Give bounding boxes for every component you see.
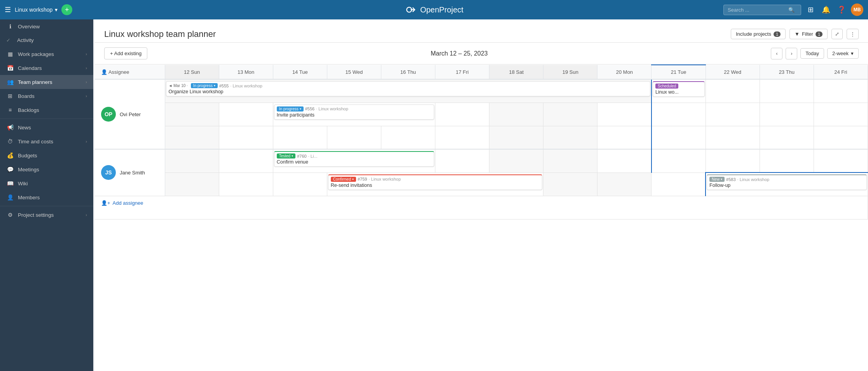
wp-759-status[interactable]: Confirmed ▾ (331, 177, 356, 182)
jane-row2-tue21-span: New ▾ #583 · Linux workshop Follow-up (706, 172, 868, 196)
help-icon[interactable]: ❓ (835, 3, 848, 16)
assignee-row-ovi-1: OP Ovi Peter ◄ Mar 10 · In progress ▾ #5… (95, 79, 868, 103)
notification-bell-icon[interactable]: 🔔 (820, 3, 832, 16)
more-options-button[interactable]: ⋮ (847, 29, 859, 39)
top-nav: ☰ Linux workshop ▾ + OpenProject 🔍 ⊞ 🔔 ❓… (0, 0, 868, 19)
wp-scheduled-status[interactable]: Scheduled (655, 84, 678, 89)
sidebar-item-label: Activity (17, 37, 34, 43)
assignee-cell-jane: JS Jane Smith (95, 149, 165, 196)
col-tue21: 21 Tue (651, 65, 706, 79)
ovi-row3-sun12 (165, 126, 219, 149)
wp-card-759[interactable]: Confirmed ▾ #759 · Linux workshop Re-sen… (328, 174, 542, 190)
ovi-row1-tue21: Scheduled Linux wo... (651, 79, 706, 103)
sidebar-item-time-and-costs[interactable]: ⏱ Time and costs › (0, 134, 93, 148)
wp-555-status[interactable]: In progress ▾ (191, 83, 218, 88)
sidebar-item-label: Meetings (18, 167, 39, 172)
assignee-name-jane: Jane Smith (120, 170, 145, 176)
wp-583-project: · Linux workshop (737, 177, 770, 182)
sidebar-item-members[interactable]: 👤 Members (0, 190, 93, 204)
wp-card-555[interactable]: ◄ Mar 10 · In progress ▾ #555 · Linux wo… (166, 81, 650, 96)
col-mon13: 13 Mon (219, 65, 273, 79)
wp-555-project: · Linux workshop (230, 84, 262, 88)
search-box[interactable]: 🔍 (723, 5, 801, 15)
user-avatar[interactable]: MB (851, 3, 863, 16)
jane-row2-tue14 (273, 172, 327, 196)
avatar-jane: JS (101, 165, 116, 180)
main-content: Linux workshop team planner Include proj… (95, 19, 868, 371)
ovi-row3-tue21 (651, 126, 706, 149)
next-button[interactable]: › (786, 48, 797, 59)
sidebar-item-calendars[interactable]: 📅 Calendars › (0, 61, 93, 75)
sidebar-item-meetings[interactable]: 💬 Meetings (0, 162, 93, 176)
wp-card-760[interactable]: Tested ▾ #760 · Li... Confirm venue (274, 151, 434, 167)
ovi-row1-thu23 (760, 79, 814, 103)
wp-583-status[interactable]: New ▾ (709, 177, 725, 182)
app-logo: OpenProject (405, 3, 463, 16)
jane-row2-mon13 (219, 172, 273, 196)
wp-556-header: In progress ▾ #556 · Linux workshop (277, 106, 431, 111)
wp-760-header: Tested ▾ #760 · Li... (277, 153, 431, 159)
sidebar-item-project-settings[interactable]: ⚙ Project settings › (0, 208, 93, 222)
col-sun19: 19 Sun (543, 65, 597, 79)
filter-label: Filter (802, 31, 813, 37)
project-dropdown-icon: ▾ (55, 7, 58, 13)
sidebar-item-boards[interactable]: ⊞ Boards › (0, 89, 93, 103)
grid-icon: ▦ (6, 51, 14, 57)
sidebar-item-backlogs[interactable]: ≡ Backlogs (0, 103, 93, 117)
col-tue14: 14 Tue (273, 65, 327, 79)
wp-759-header: Confirmed ▾ #759 · Linux workshop (331, 177, 540, 182)
ovi-row1-fri24 (814, 79, 868, 103)
sidebar-item-news[interactable]: 📢 News (0, 120, 93, 134)
add-existing-button[interactable]: + Add existing (104, 47, 147, 59)
jane-row1-thu23 (760, 149, 814, 172)
today-button[interactable]: Today (800, 48, 824, 59)
sidebar-item-budgets[interactable]: 💰 Budgets (0, 148, 93, 162)
settings-icon: ⚙ (6, 212, 14, 218)
week-view-button[interactable]: 2-week ▾ (827, 48, 859, 59)
wp-card-583[interactable]: New ▾ #583 · Linux workshop Follow-up (707, 174, 867, 190)
sidebar-item-wiki[interactable]: 📖 Wiki (0, 176, 93, 190)
sidebar-item-label: Calendars (18, 65, 42, 71)
col-wed15: 15 Wed (327, 65, 381, 79)
date-range: March 12 – 25, 2023 (431, 50, 488, 57)
include-projects-badge: 1 (774, 31, 781, 37)
grid-menu-icon[interactable]: ⊞ (804, 3, 817, 16)
sidebar-item-work-packages[interactable]: ▦ Work packages › (0, 47, 93, 61)
toolbar: + Add existing March 12 – 25, 2023 ‹ › T… (95, 43, 868, 64)
ovi-row2-fri24 (814, 103, 868, 126)
wp-556-status[interactable]: In progress ▾ (277, 106, 304, 111)
col-fri24: 24 Fri (814, 65, 868, 79)
assignee-name-ovi: Ovi Peter (120, 111, 141, 117)
wp-760-status[interactable]: Tested ▾ (277, 153, 295, 159)
prev-button[interactable]: ‹ (771, 48, 782, 59)
add-assignee-row: 👤+ Add assignee (95, 196, 868, 219)
hamburger-menu[interactable]: ☰ (5, 5, 11, 14)
sidebar-item-activity[interactable]: ✓ Activity (0, 33, 93, 47)
add-project-button[interactable]: + (61, 4, 72, 15)
sidebar-item-label: Backlogs (18, 107, 39, 113)
filter-button[interactable]: ▼ Filter 1 (789, 29, 828, 39)
sidebar-item-overview[interactable]: ℹ Overview (0, 19, 93, 33)
jane-row1-fri24 (814, 149, 868, 172)
filter-icon: ▼ (795, 31, 800, 37)
main-layout: ℹ Overview ✓ Activity ▦ Work packages › … (0, 19, 868, 371)
jane-row1-tue14-span: Tested ▾ #760 · Li... Confirm venue (273, 149, 435, 172)
add-assignee-button[interactable]: 👤+ Add assignee (101, 200, 143, 206)
ovi-row3-mon20 (597, 126, 651, 149)
sidebar-item-label: Overview (18, 24, 40, 30)
wp-card-556[interactable]: In progress ▾ #556 · Linux workshop Invi… (274, 105, 434, 120)
project-selector[interactable]: Linux workshop ▾ (15, 7, 58, 13)
top-nav-right: 🔍 ⊞ 🔔 ❓ MB (723, 3, 863, 16)
jane-row1-sun12 (165, 149, 219, 172)
jane-row2-sun19 (597, 172, 651, 196)
sidebar-item-label: Boards (18, 93, 35, 99)
search-input[interactable] (728, 7, 786, 13)
expand-button[interactable]: ⤢ (831, 29, 843, 39)
week-view-label: 2-week (832, 51, 849, 56)
include-projects-button[interactable]: Include projects 1 (731, 29, 786, 39)
ovi-row3-wed15 (327, 126, 381, 149)
col-thu16: 16 Thu (381, 65, 435, 79)
sidebar-item-team-planners[interactable]: 👥 Team planners › (0, 75, 93, 89)
wp-card-scheduled[interactable]: Scheduled Linux wo... (653, 81, 705, 97)
ovi-row2-mon20 (597, 103, 651, 126)
